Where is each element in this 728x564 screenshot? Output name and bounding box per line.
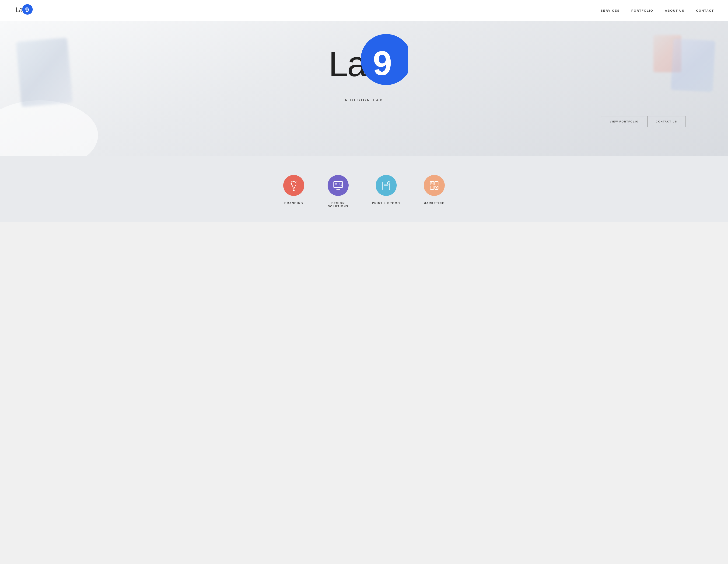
svg-line-10 — [291, 182, 292, 182]
svg-point-37 — [431, 183, 432, 183]
svg-rect-32 — [430, 186, 434, 190]
design-label: DESIGN SOLUTIONS — [328, 202, 348, 208]
main-nav: SERVICES PORTFOLIO ABOUT US CONTACT — [601, 9, 714, 12]
service-branding: BRANDING — [283, 175, 304, 208]
svg-rect-31 — [435, 182, 438, 185]
svg-point-6 — [291, 182, 296, 186]
svg-marker-15 — [293, 190, 294, 191]
design-icon-circle — [328, 175, 349, 196]
contact-us-button[interactable]: CONTACT US — [647, 116, 686, 127]
hero-tagline: A DESIGN LAB — [345, 98, 384, 102]
svg-rect-30 — [430, 182, 434, 185]
view-portfolio-button[interactable]: VIEW PORTFOLIO — [601, 116, 647, 127]
marketing-icon-circle — [424, 175, 445, 196]
hero-bg-right — [671, 39, 715, 92]
services-section: BRANDING DESIGN SOLUTIONS — [0, 156, 728, 222]
service-design: DESIGN SOLUTIONS — [328, 175, 349, 208]
service-marketing: MARKETING — [423, 175, 445, 208]
hero-logo: Lab 9 — [320, 30, 408, 91]
svg-text:9: 9 — [373, 44, 392, 82]
svg-line-23 — [341, 185, 342, 186]
branding-label: BRANDING — [284, 202, 303, 205]
hero-buttons: VIEW PORTFOLIO CONTACT US — [601, 116, 686, 127]
svg-text:9: 9 — [25, 6, 29, 14]
nav-portfolio[interactable]: PORTFOLIO — [631, 9, 653, 12]
svg-line-11 — [296, 182, 297, 182]
branding-icon-circle — [283, 175, 304, 196]
service-print: PRINT + PROMO — [372, 175, 400, 208]
marketing-label: MARKETING — [423, 202, 445, 205]
hero-section: Lab 9 A DESIGN LAB VIEW PORTFOLIO CONTAC… — [0, 21, 728, 156]
header: Lab 9 SERVICES PORTFOLIO ABOUT US CONTAC… — [0, 0, 728, 21]
nav-about[interactable]: ABOUT US — [665, 9, 685, 12]
print-label: PRINT + PROMO — [372, 202, 400, 205]
hero-bg-left — [16, 38, 73, 107]
header-divider — [0, 21, 728, 21]
print-icon-circle — [376, 175, 397, 196]
nav-services[interactable]: SERVICES — [601, 9, 620, 12]
logo[interactable]: Lab 9 — [14, 2, 33, 19]
nav-contact[interactable]: CONTACT — [696, 9, 714, 12]
